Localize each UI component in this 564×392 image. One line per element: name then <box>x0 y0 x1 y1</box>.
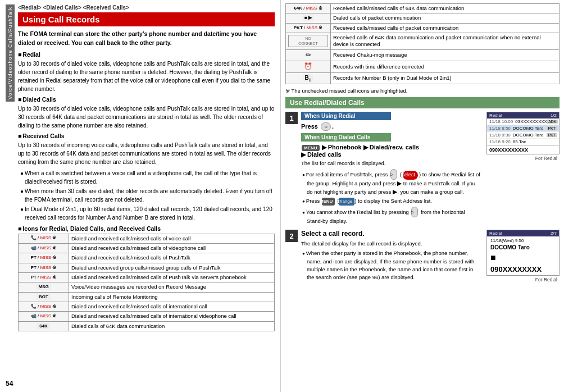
phone-row-3: 11/18 9:30 DOCOMO Taro PKT <box>487 132 559 139</box>
select-key[interactable]: ○ <box>390 169 397 180</box>
for-redial-label-2: For Redial <box>486 277 560 282</box>
icon-desc: Records with time difference corrected <box>331 61 560 73</box>
icon-cell: PT / MISS ※ <box>19 263 69 272</box>
step-1-content: When Using Redial Press ○. When Using Di… <box>301 112 560 226</box>
left-column: Voice/Videophone Calls/PushTalk <Redial>… <box>0 0 281 392</box>
table-row: NOCONNECT Received calls of 64K data com… <box>286 33 560 50</box>
phone-name: DOCOMO Taro <box>490 244 556 250</box>
icon-desc: Incoming calls of Remote Monitoring <box>69 292 275 302</box>
step-1-container: 1 When Using Redial Press ○. When Using … <box>285 112 560 226</box>
menu-key-2[interactable]: MENU <box>322 198 335 206</box>
icon-desc: Dialed and received group calls/missed g… <box>69 263 275 272</box>
note-text: ※ The unchecked missed call icons are hi… <box>285 88 560 94</box>
icon-cell: NOCONNECT <box>286 33 331 50</box>
icon-desc: Received calls of 64K data communication… <box>331 33 560 50</box>
phone-row-4: 11/18 9:20 85.Tac <box>487 139 559 145</box>
step-1-bullet-2: Press MENU (Change) to display the Sent … <box>301 197 482 206</box>
table-row: PKT / MISS ※ Received calls/missed calls… <box>286 23 560 33</box>
table-row: ⏰ Records with time difference corrected <box>286 61 560 73</box>
icon-desc: Dialed calls of packet communication <box>331 13 560 23</box>
table-row: ✏ Received Chaku-moji message <box>286 49 560 61</box>
step-1-text: When Using Redial Press ○. When Using Di… <box>301 112 482 226</box>
subsection-redial-text: Up to 30 records of dialed voice calls, … <box>18 60 275 93</box>
phone-row-2: 11/18 9:50 DOCOMO Taro PKT <box>487 125 559 132</box>
icon-cell: ✏ <box>286 49 331 61</box>
use-redial-title: Use Redial/Dialed Calls <box>285 97 560 108</box>
page-number: 54 <box>6 380 13 388</box>
icon-desc: Records for Number B (only in Dual Mode … <box>331 72 560 84</box>
table-row: 📹 / MISS ※ Dialed and received calls/mis… <box>19 312 275 321</box>
table-row: BOT Incoming calls of Remote Monitoring <box>19 292 275 302</box>
table-row: PT / MISS ※ Dialed and received calls/mi… <box>19 253 275 263</box>
intro-text: The FOMA terminal can store the other pa… <box>18 30 275 48</box>
phone-header-2: Redial 2/7 <box>487 230 559 236</box>
icon-desc: Dialed and received calls/missed calls o… <box>69 243 275 253</box>
phone-body-2: 11/18(Wed) 9:50 DOCOMO Taro ■ 090XXXXXXX… <box>487 236 559 275</box>
table-row: PT / MISS ※ Dialed and received calls/mi… <box>19 272 275 282</box>
subsection-received-title: Received Calls <box>18 133 275 139</box>
redial-key[interactable]: ○ <box>321 122 331 131</box>
menu-key[interactable]: MENU <box>302 145 320 151</box>
phone-number: 090XXXXXXXX <box>490 265 556 274</box>
step-1-bullet-1: For redial items of PushTalk, press ○ (S… <box>301 169 482 196</box>
step-2-text: Select a call record. The detailed displ… <box>301 230 482 282</box>
table-row: 📹 / MISS ※ Dialed and received calls/mis… <box>19 243 275 253</box>
icon-cell: 📞 / MISS ※ <box>19 234 69 243</box>
table-row: 📞 / MISS ※ Dialed and received calls/mis… <box>19 302 275 311</box>
icon-desc: Received Chaku-moji message <box>331 49 560 61</box>
subsection-redial-title: Redial <box>18 51 275 58</box>
icons-table: 📞 / MISS ※ Dialed and received calls/mis… <box>18 234 275 331</box>
icon-cell: BB <box>286 72 331 84</box>
icon-cell: ⏰ <box>286 61 331 73</box>
bullet-1: When a call is switched between a voice … <box>18 169 275 186</box>
icon-desc: Dialed and received calls/missed calls o… <box>69 302 275 311</box>
vertical-label: Voice/Videophone Calls/PushTalk <box>6 4 15 102</box>
subsection-dialed-text: Up to 30 records of dialed voice calls, … <box>18 104 275 130</box>
right-column: 64K / MISS ※ Received calls/missed calls… <box>281 0 564 392</box>
step-2-container: 2 Select a call record. The detailed dis… <box>285 230 560 282</box>
step-2-number: 2 <box>285 230 298 242</box>
icon-desc: Voice/Video messages are recorded on Rec… <box>69 282 275 292</box>
icon-cell: 64K / MISS ※ <box>286 4 331 13</box>
icon-cell: PKT / MISS ※ <box>286 23 331 33</box>
step-1-header-blue: When Using Redial <box>301 112 391 120</box>
icon-desc: Received calls/missed calls of packet co… <box>331 23 560 33</box>
icon-cell: PT / MISS ※ <box>19 272 69 282</box>
section-title: Using Call Records <box>18 12 275 26</box>
phone-header-1: Redial 1/2 <box>487 112 559 118</box>
phone-mockup-1: Redial 1/2 11/18 10:00 03XXXXXXXXX ADK 1… <box>486 112 560 154</box>
icon-cell: ■ ▶ <box>286 13 331 23</box>
icon-desc: Dialed calls of 64K data communication <box>69 321 275 331</box>
bullet-3: In Dual Mode of 2in1, up to 60 redial it… <box>18 205 275 222</box>
icon-cell: BOT <box>19 292 69 302</box>
icon-cell: PT / MISS ※ <box>19 253 69 263</box>
step-1-number: 1 <box>285 112 298 124</box>
icon-cell: 64K <box>19 321 69 331</box>
icon-desc: Dialed and received calls/missed calls o… <box>69 272 275 282</box>
step-1-bullet-3: You cannot show the Redial list by press… <box>301 207 482 225</box>
step-2-header: Select a call record. <box>301 230 482 238</box>
press-text: Press ○. <box>301 122 482 131</box>
phone-row-1: 11/18 10:00 03XXXXXXXXX ADK <box>487 118 559 125</box>
icon-cell: 📞 / MISS ※ <box>19 302 69 311</box>
icon-cell: 📹 / MISS ※ <box>19 312 69 321</box>
icon-cell: 📹 / MISS ※ <box>19 243 69 253</box>
right-icons-table: 64K / MISS ※ Received calls/missed calls… <box>285 3 560 84</box>
icon-cell: MSG <box>19 282 69 292</box>
table-row: BB Records for Number B (only in Dual Mo… <box>286 72 560 84</box>
icon-desc: Dialed and received calls/missed calls o… <box>69 234 275 243</box>
standby-key[interactable]: ○ <box>411 207 418 217</box>
for-redial-label-1: For Redial <box>486 156 560 161</box>
phone-date: 11/18(Wed) 9:50 <box>490 238 556 243</box>
icon-desc: Received calls/missed calls of 64K data … <box>331 4 560 13</box>
step-2-content: Select a call record. The detailed displ… <box>301 230 560 282</box>
subsection-dialed-title: Dialed Calls <box>18 96 275 103</box>
icons-section-title: Icons for Redial, Dialed Calls, and Rece… <box>18 225 275 232</box>
menu-sequence: MENU ▶ Phonebook ▶ Dialed/recv. calls ▶ … <box>301 144 482 158</box>
table-row: 64K Dialed calls of 64K data communicati… <box>19 321 275 331</box>
step-1-body: The list for call records is displayed. <box>301 159 482 167</box>
icon-desc: Dialed and received calls/missed calls o… <box>69 312 275 321</box>
table-row: PT / MISS ※ Dialed and received group ca… <box>19 263 275 272</box>
table-row: ■ ▶ Dialed calls of packet communication <box>286 13 560 23</box>
icon-desc: Dialed and received calls/missed calls o… <box>69 253 275 263</box>
